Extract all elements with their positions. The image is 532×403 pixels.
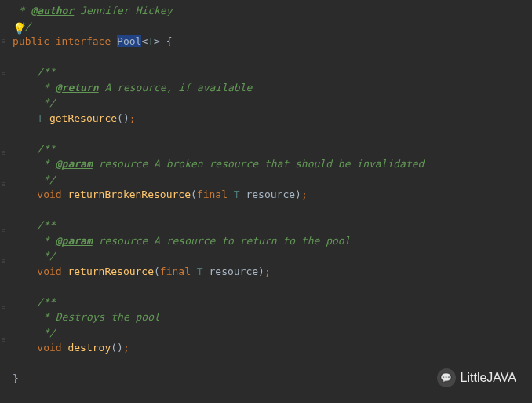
watermark-text: LittleJAVA [461, 371, 516, 385]
doc-comment: /** [13, 66, 56, 78]
fold-mark[interactable]: ⊟ [2, 258, 8, 264]
fold-mark[interactable]: ⊟ [2, 38, 8, 44]
method-name: destroy [67, 342, 111, 354]
doc-comment: * [13, 5, 31, 16]
doc-text: Jennifer Hickey [74, 5, 172, 16]
indent [13, 189, 37, 200]
method-name: returnResource [67, 266, 154, 277]
blank-line [13, 279, 532, 295]
doc-comment: * [13, 158, 56, 170]
fold-mark[interactable]: ⊟ [2, 149, 8, 156]
doc-text: A resource, if available [99, 82, 253, 93]
class-name: Pool [117, 35, 141, 47]
lightbulb-icon[interactable]: 💡 [13, 22, 26, 35]
fold-mark[interactable]: ⊟ [2, 228, 8, 234]
doc-tag-return: @return [56, 82, 99, 93]
keyword-void: void [37, 342, 67, 354]
return-type: T [37, 112, 49, 124]
doc-comment: */ [13, 174, 56, 185]
param-name: resource [246, 189, 295, 200]
blank-line [13, 49, 532, 65]
keyword-final: final [197, 189, 234, 200]
keyword-interface: interface [56, 35, 111, 47]
close-brace: } [13, 372, 19, 384]
doc-comment: /** [13, 296, 56, 308]
blank-line [13, 126, 532, 141]
brace: { [160, 35, 173, 47]
doc-tag-param: @param [56, 158, 93, 170]
doc-text: resource A broken resource that should b… [93, 158, 425, 170]
doc-comment: * Destroys the pool [13, 311, 160, 323]
blank-line [13, 203, 532, 218]
doc-comment: */ [13, 97, 56, 108]
param-type: T [234, 189, 246, 200]
keyword-void: void [37, 189, 67, 200]
indent [13, 342, 37, 354]
code-editor[interactable]: ⊟ ⊟ ⊟ ⊟ ⊟ ⊟ ⊟ ⊟ * @author Jennifer Hicke… [0, 0, 532, 403]
watermark: 💬 LittleJAVA [437, 368, 516, 387]
method-name: returnBrokenResource [67, 189, 191, 200]
method-name: getResource [49, 112, 117, 124]
fold-mark[interactable]: ⊟ [2, 181, 8, 187]
code-content[interactable]: * @author Jennifer Hickey */ public inte… [9, 0, 532, 403]
doc-comment: */ [13, 327, 56, 339]
fold-mark[interactable]: ⊟ [2, 336, 8, 343]
param-type: T [197, 266, 210, 277]
param-name: resource [209, 266, 258, 277]
indent [13, 266, 37, 277]
keyword-void: void [37, 266, 67, 277]
doc-text: resource A resource to return to the poo… [93, 235, 351, 247]
doc-comment: * [13, 235, 56, 247]
doc-tag-param: @param [56, 235, 93, 247]
doc-comment: * [13, 82, 56, 93]
doc-comment: /** [13, 219, 56, 231]
doc-comment: */ [13, 250, 56, 262]
chat-icon: 💬 [437, 368, 456, 387]
doc-comment: /** [13, 143, 56, 155]
fold-mark[interactable]: ⊟ [2, 305, 8, 311]
keyword-final: final [160, 266, 197, 277]
type-param: T [148, 35, 154, 47]
doc-tag-author: @author [31, 5, 74, 16]
keyword-public: public [13, 35, 49, 47]
gutter: ⊟ ⊟ ⊟ ⊟ ⊟ ⊟ ⊟ ⊟ [0, 0, 9, 403]
fold-mark[interactable]: ⊟ [2, 69, 8, 75]
indent [13, 112, 37, 124]
